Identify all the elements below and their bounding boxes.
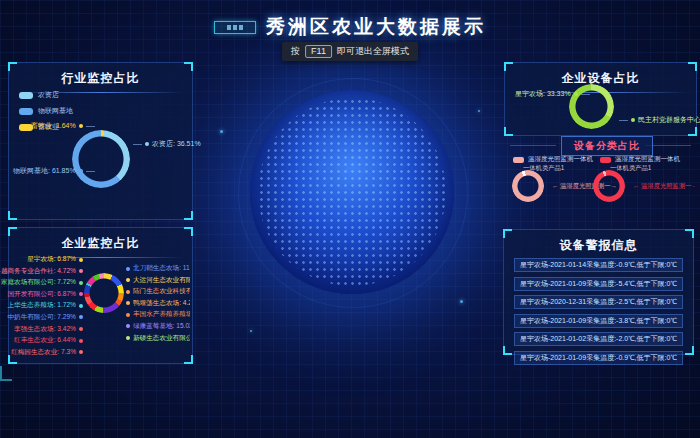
enterprise-panel-title: 企业监控占比 [9,228,192,252]
chart-callout: ← 温湿度光照监测一→ [633,182,695,191]
callout-line [619,120,628,121]
chart-label: 北刀鞘生态农场: 11.16% [126,264,190,273]
callout-line [86,171,95,172]
legend-item[interactable]: 温湿度光照监测一体机 [600,155,680,164]
callout-text: 农资店: 36.51% [152,139,201,149]
hint-suffix: 即可退出全屏模式 [337,45,409,58]
industry-panel: 行业监控占比 农资店 物联网基地 畜牧业 畜牧业: 1.64% [8,62,193,220]
divider [510,145,556,146]
classification-donut-left[interactable] [512,170,544,202]
decor-dot [220,130,223,133]
globe-dot-map [258,98,446,286]
chart-label: 新硕生态农业有限公司: 6.87 [126,334,190,343]
header-logo [214,21,256,34]
classification-donut-right[interactable] [593,170,625,202]
decor-dot [478,110,480,112]
alarm-row: 星宇农场-2021-01-09采集温度:-5.4℃,低于下限:0℃ [514,277,683,291]
legend-item[interactable]: 温湿度光照监测一体机 [513,155,593,164]
legend-label: 物联网基地 [38,106,73,116]
legend-swatch [19,92,33,99]
device-panel: 企业设备占比 星宇农场: 33.33% 民主村党群服务中心: [504,62,697,136]
chart-label: 科越商务专业合作社: 4.72% [0,267,83,276]
chart-callout: 畜牧业: 1.64% [31,121,95,131]
chart-callout: 农资店: 36.51% [133,139,201,149]
legend-label: 农资店 [38,90,59,100]
alarm-list: 星宇农场-2021-01-14采集温度:-0.9℃,低于下限:0℃ 星宇农场-2… [504,258,693,365]
header: 秀洲区农业大数据展示 [0,14,700,40]
page-corner-accent [0,366,12,381]
classification-title: 设备分类占比 [561,136,653,156]
legend-label: 温湿度光照监测一体机 [615,155,680,164]
chart-callout: 民主村党群服务中心: [619,115,700,125]
alarm-row: 星宇农场-2020-12-31采集温度:-2.5℃,低于下限:0℃ [514,295,683,309]
callout-dot [574,92,578,96]
chart-label: 星宇农场: 6.87% [27,255,83,264]
callout-dot [79,124,83,128]
enterprise-panel: 企业监控占比 星宇农场: 6.87% 科越商务专业合作社: 4.72% 家庭农场… [8,227,193,364]
decor-dot [460,300,463,303]
dashboard-background: 秀洲区农业大数据展示 按 F11 即可退出全屏模式 行业监控占比 农资店 物联网… [0,0,700,438]
legend-swatch [19,108,33,115]
chart-callout: 星宇农场: 33.33% [515,89,590,99]
chart-label: 丰国水产养殖养殖场: 1. [126,310,190,319]
callout-line [86,126,95,127]
chart-label: 大运河生态农业有限责任公 [126,276,190,285]
alarm-row: 星宇农场-2021-01-14采集温度:-0.9℃,低于下限:0℃ [514,258,683,272]
device-panel-title: 企业设备占比 [505,63,696,87]
legend-item[interactable]: 农资店 [19,90,73,100]
industry-donut-chart[interactable] [72,130,130,188]
legend-swatch [513,157,524,163]
callout-dot [79,169,83,173]
chart-label: 上华生态养殖场: 1.72% [7,301,83,310]
enterprise-donut-chart[interactable] [84,273,124,313]
legend-label: 温湿度光照监测一体机 [528,155,593,164]
callout-dot [145,142,149,146]
callout-text: 星宇农场: 33.33% [515,89,571,99]
alarms-panel-title: 设备警报信息 [504,230,693,254]
alarm-row: 星宇农场-2021-01-09采集温度:-3.8℃,低于下限:0℃ [514,314,683,328]
chart-label: 鸭堰荡生态农场: 4.29 [126,299,190,308]
callout-line [581,94,590,95]
hint-prefix: 按 [291,45,300,58]
chart-label: 李强生态农场: 3.42% [14,325,83,334]
callout-line [133,144,142,145]
decor-dot [250,330,252,332]
alarm-row: 星宇农场-2021-01-09采集温度:-0.9℃,低于下限:0℃ [514,351,683,365]
chart-label: 家庭农场有限公司: 7.72% [1,278,83,287]
callout-text: 物联网基地: 61.85% [13,166,76,176]
chart-label: 红丰生态农业: 6.44% [14,336,83,345]
alarm-row: 星宇农场-2021-01-02采集温度:-2.0℃,低于下限:0℃ [514,332,683,346]
enterprise-labels-left: 星宇农场: 6.87% 科越商务专业合作社: 4.72% 家庭农场有限公司: 7… [11,255,83,357]
enterprise-labels-right: 北刀鞘生态农场: 11.16% 大运河生态农业有限责任公 陆门生态农业科技有限公… [126,264,190,343]
chart-label: 中奶牛有限公司: 7.29% [7,313,83,322]
chart-callout: 物联网基地: 61.85% [13,166,95,176]
alarms-panel: 设备警报信息 星宇农场-2021-01-14采集温度:-0.9℃,低于下限:0℃… [503,229,694,355]
callout-text: 畜牧业: 1.64% [31,121,76,131]
legend-item[interactable]: 物联网基地 [19,106,73,116]
classification-section: 设备分类占比 温湿度光照监测一体机 一体机类产品1 ← 温湿度光照监测一→ 温湿… [504,136,695,224]
page-title: 秀洲区农业大数据展示 [266,14,486,40]
chart-label: 红梅园生态农业: 7.3% [11,348,83,357]
chart-label: 绿康蓝莓基地: 15.02% [126,322,190,331]
chart-label: 国开发有限公司: 6.87% [7,290,83,299]
callout-dot [631,118,635,122]
fullscreen-hint: 按 F11 即可退出全屏模式 [282,42,418,61]
chart-label: 陆门生态农业科技有限公 [126,287,190,296]
f11-key: F11 [305,45,332,58]
legend-swatch [600,157,611,163]
industry-panel-title: 行业监控占比 [9,63,192,87]
callout-text: 民主村党群服务中心: [638,115,700,125]
